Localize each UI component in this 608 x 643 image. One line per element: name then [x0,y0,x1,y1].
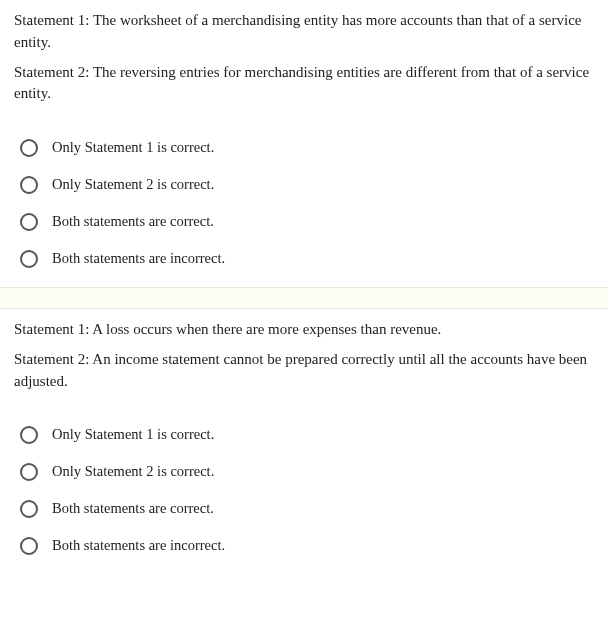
radio-icon [20,250,38,268]
option-label: Only Statement 1 is correct. [52,424,214,445]
statement-text: Statement 2: The reversing entries for m… [14,62,594,106]
question-prompt: Statement 1: A loss occurs when there ar… [14,319,594,392]
question-prompt: Statement 1: The worksheet of a merchand… [14,10,594,105]
option-row[interactable]: Both statements are incorrect. [20,240,594,277]
question-block-2: Statement 1: A loss occurs when there ar… [0,309,608,574]
radio-icon [20,426,38,444]
option-row[interactable]: Both statements are incorrect. [20,527,594,564]
statement-text: Statement 1: A loss occurs when there ar… [14,319,594,341]
option-row[interactable]: Only Statement 2 is correct. [20,166,594,203]
radio-icon [20,176,38,194]
radio-icon [20,500,38,518]
radio-icon [20,463,38,481]
option-list: Only Statement 1 is correct. Only Statem… [14,129,594,277]
option-list: Only Statement 1 is correct. Only Statem… [14,416,594,564]
option-label: Both statements are incorrect. [52,248,225,269]
radio-icon [20,139,38,157]
statement-text: Statement 1: The worksheet of a merchand… [14,10,594,54]
radio-icon [20,213,38,231]
option-label: Only Statement 2 is correct. [52,461,214,482]
option-label: Only Statement 2 is correct. [52,174,214,195]
statement-text: Statement 2: An income statement cannot … [14,349,594,393]
option-row[interactable]: Only Statement 2 is correct. [20,453,594,490]
option-row[interactable]: Only Statement 1 is correct. [20,129,594,166]
option-row[interactable]: Both statements are correct. [20,203,594,240]
question-block-1: Statement 1: The worksheet of a merchand… [0,0,608,287]
option-row[interactable]: Both statements are correct. [20,490,594,527]
option-label: Only Statement 1 is correct. [52,137,214,158]
option-label: Both statements are incorrect. [52,535,225,556]
option-label: Both statements are correct. [52,498,214,519]
option-row[interactable]: Only Statement 1 is correct. [20,416,594,453]
option-label: Both statements are correct. [52,211,214,232]
question-divider [0,287,608,309]
radio-icon [20,537,38,555]
